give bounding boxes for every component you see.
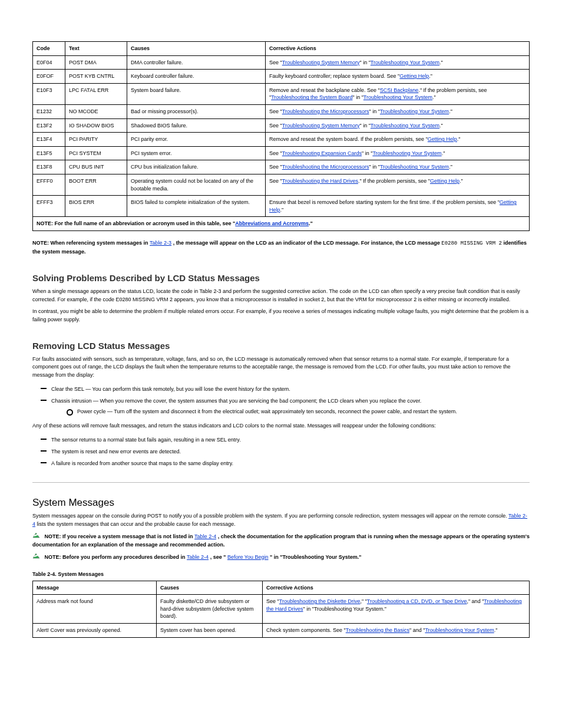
- cell-code: EFFF3: [33, 196, 65, 217]
- bullet-reappear-3: A failure is recorded from another sourc…: [41, 460, 530, 468]
- cell-actions: See "Troubleshooting System Memory" in "…: [266, 55, 530, 70]
- cell-causes: System cover has been opened.: [157, 623, 263, 637]
- action-link[interactable]: Getting Help: [428, 136, 457, 142]
- cell-actions: See "Troubleshooting System Memory" in "…: [266, 118, 530, 133]
- table-row: E0FOFPOST KYB CNTRLKeyboard controller f…: [33, 70, 530, 84]
- cell-causes: BIOS failed to complete initialization o…: [127, 196, 266, 217]
- lcd-messages-table: Code Text Causes Corrective Actions E0F0…: [32, 41, 530, 231]
- cell-message: Address mark not found: [33, 595, 157, 624]
- col-header-code: Code: [33, 42, 65, 56]
- table-2-4-link-3[interactable]: Table 2-4: [187, 554, 209, 560]
- bullet-chassis: Chassis intrusion — When you remove the …: [41, 397, 530, 416]
- cell-actions: See "Troubleshooting the Microprocessors…: [266, 104, 530, 118]
- action-link[interactable]: Troubleshooting a CD, DVD, or Tape Drive: [367, 598, 467, 604]
- table-row: EFFF0BOOT ERROperating system could not …: [33, 174, 530, 195]
- note-icon: [32, 532, 41, 538]
- action-link[interactable]: Troubleshooting the Microprocessors: [282, 164, 369, 170]
- cell-code: E13F2: [33, 118, 65, 133]
- sub-power-cycle: Power cycle — Turn off the system and di…: [67, 408, 530, 416]
- removing-title: Removing LCD Status Messages: [32, 341, 530, 351]
- before-you-begin-link[interactable]: Before You Begin: [227, 554, 269, 560]
- cell-actions: See "Troubleshooting the Hard Drives." I…: [266, 174, 530, 195]
- table-row: E0F04POST DMADMA controller failure.See …: [33, 55, 530, 70]
- removing-para: For faults associated with sensors, such…: [32, 355, 530, 380]
- action-link[interactable]: Troubleshooting Your System: [425, 627, 494, 633]
- cell-code: E10F3: [33, 83, 65, 104]
- action-link[interactable]: Getting Help: [430, 178, 459, 184]
- section-rule: [32, 482, 530, 483]
- action-link[interactable]: Getting Help: [399, 73, 429, 79]
- action-link[interactable]: Troubleshooting Your System: [380, 164, 449, 170]
- action-link[interactable]: Troubleshooting System Memory: [282, 123, 360, 129]
- col-header-causes: Causes: [127, 42, 266, 56]
- action-link[interactable]: Troubleshooting System Memory: [282, 60, 360, 65]
- cell-code: E1232: [33, 104, 65, 118]
- removing-bullets: Clear the SEL — You can perform this tas…: [41, 386, 530, 416]
- cell-code: E13F4: [33, 133, 65, 147]
- cell-causes: PCI system error.: [127, 146, 266, 160]
- table1-footer: NOTE: For the full name of an abbreviati…: [33, 217, 530, 231]
- bullet-reappear-2: The system is reset and new error events…: [41, 448, 530, 456]
- action-link[interactable]: Troubleshooting Your System: [371, 123, 439, 129]
- action-link[interactable]: Troubleshooting the System Board: [271, 94, 352, 100]
- cell-causes: DMA controller failure.: [127, 55, 266, 70]
- cell-message: Alert! Cover was previously opened.: [33, 623, 157, 637]
- cell-text: IO SHADOW BIOS: [65, 118, 127, 133]
- cell-code: E0F04: [33, 55, 65, 70]
- table-2-4-caption: Table 2-4. System Messages: [32, 571, 530, 577]
- action-link[interactable]: Troubleshooting the Hard Drives: [282, 178, 358, 184]
- cell-actions: See "Troubleshooting the Diskette Drive,…: [263, 595, 530, 624]
- action-link[interactable]: Troubleshooting the Basics: [346, 627, 409, 633]
- cell-actions: Ensure that bezel is removed before star…: [266, 196, 530, 217]
- table-row: E13F8CPU BUS INITCPU bus initialization …: [33, 160, 530, 174]
- action-link[interactable]: Troubleshooting Your System: [371, 60, 439, 65]
- cell-actions: Faulty keyboard controller; replace syst…: [266, 70, 530, 84]
- cell-causes: CPU bus initialization failure.: [127, 160, 266, 174]
- cell-causes: Shadowed BIOS failure.: [127, 118, 266, 133]
- removing-tail: Any of these actions will remove fault m…: [32, 422, 530, 430]
- action-link[interactable]: SCSI Backplane: [380, 87, 419, 93]
- col-header-actions: Corrective Actions: [266, 42, 530, 56]
- cell-actions: See "Troubleshooting the Microprocessors…: [266, 160, 530, 174]
- cell-text: LPC FATAL ERR: [65, 83, 127, 104]
- reappear-bullets: The sensor returns to a normal state but…: [41, 436, 530, 468]
- cell-text: PCI PARITY: [65, 133, 127, 147]
- cell-text: CPU BUS INIT: [65, 160, 127, 174]
- cell-text: PCI SYSTEM: [65, 146, 127, 160]
- system-messages-table: Message Causes Corrective Actions Addres…: [32, 581, 530, 638]
- table-2-4-link-2[interactable]: Table 2-4: [194, 533, 216, 539]
- col-header-text: Text: [65, 42, 127, 56]
- cell-causes: Faulty diskette/CD drive subsystem or ha…: [157, 595, 263, 624]
- action-link[interactable]: Troubleshooting the Diskette Drive: [279, 598, 361, 604]
- table-row: EFFF3BIOS ERRBIOS failed to complete ini…: [33, 196, 530, 217]
- table-row: E1232NO MCODEBad or missing processor(s)…: [33, 104, 530, 118]
- cell-causes: Bad or missing processor(s).: [127, 104, 266, 118]
- table-2-3-link[interactable]: Table 2-3: [150, 240, 171, 246]
- cell-code: E13F5: [33, 146, 65, 160]
- action-link[interactable]: Troubleshooting Your System: [380, 108, 449, 114]
- abbrev-link[interactable]: Abbreviations and Acronyms: [235, 220, 309, 226]
- action-link[interactable]: Troubleshooting Your System: [372, 150, 441, 156]
- cell-code: E13F8: [33, 160, 65, 174]
- cell-text: POST KYB CNTRL: [65, 70, 127, 84]
- note-unlisted-msg: NOTE: If you receive a system message th…: [32, 532, 530, 549]
- action-link[interactable]: Troubleshooting Expansion Cards: [282, 150, 362, 156]
- col-header-actions2: Corrective Actions: [263, 581, 530, 595]
- note-icon: [32, 553, 41, 559]
- action-link[interactable]: Troubleshooting the Microprocessors: [282, 108, 369, 114]
- action-link[interactable]: Troubleshooting Your System: [363, 94, 432, 100]
- table-row: Alert! Cover was previously opened.Syste…: [33, 623, 530, 637]
- cell-code: EFFF0: [33, 174, 65, 195]
- cell-causes: System board failure.: [127, 83, 266, 104]
- col-header-causes2: Causes: [157, 581, 263, 595]
- cell-text: NO MCODE: [65, 104, 127, 118]
- cell-text: POST DMA: [65, 55, 127, 70]
- note-lcd-reference: NOTE: When referencing system messages i…: [32, 239, 530, 256]
- solving-title: Solving Problems Described by LCD Status…: [32, 273, 530, 283]
- cell-causes: PCI parity error.: [127, 133, 266, 147]
- table-row: E10F3LPC FATAL ERRSystem board failure.R…: [33, 83, 530, 104]
- cell-actions: Check system components. See "Troublesho…: [263, 623, 530, 637]
- col-header-message: Message: [33, 581, 157, 595]
- solving-para1: When a single message appears on the sta…: [32, 288, 530, 304]
- table-row: E13F4PCI PARITYPCI parity error.Remove a…: [33, 133, 530, 147]
